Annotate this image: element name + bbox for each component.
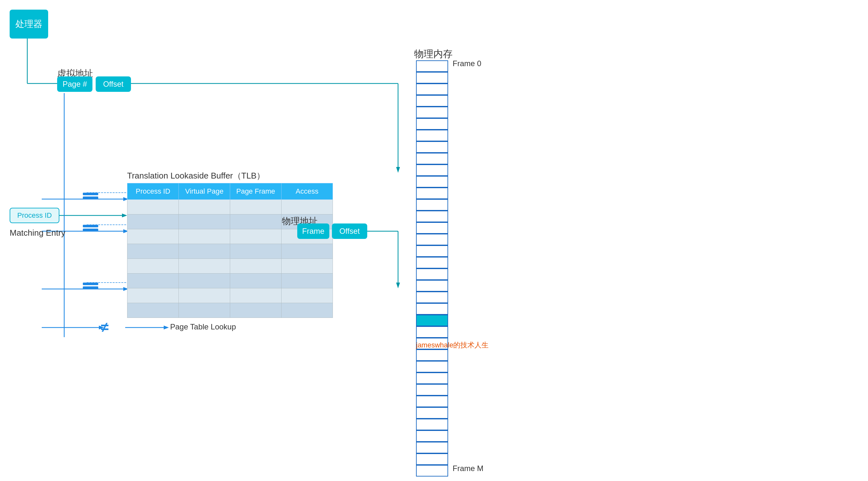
memory-cell [416, 153, 448, 164]
memory-cell [416, 257, 448, 268]
memory-cell [416, 187, 448, 199]
memory-cell [416, 130, 448, 141]
tlb-cell [230, 303, 281, 318]
memory-cell [416, 430, 448, 442]
tlb-cell [127, 214, 179, 229]
tlb-cell [127, 274, 179, 288]
tlb-cell [179, 274, 230, 288]
tlb-cell [281, 303, 333, 318]
tlb-header-access: Access [281, 183, 333, 200]
tlb-cell [281, 200, 333, 214]
tlb-cell [127, 200, 179, 214]
memory-cell [416, 453, 448, 465]
physical-memory-label: 物理内存 [414, 48, 453, 61]
memory-cell [416, 268, 448, 280]
memory-cell [416, 222, 448, 234]
processor-box: 处理器 [10, 10, 48, 38]
memory-cell [416, 292, 448, 303]
memory-cell [416, 326, 448, 338]
equal-icon-2 [83, 225, 98, 231]
tlb-cell [179, 214, 230, 229]
page-table-lookup-label: Page Table Lookup [170, 322, 236, 331]
frame-box: Frame [297, 223, 329, 239]
tlb-cell [127, 303, 179, 318]
process-id-box: Process ID [10, 208, 59, 223]
matching-entry-label: Matching Entry [10, 228, 65, 238]
tlb-cell [230, 200, 281, 214]
memory-cell [416, 211, 448, 222]
tlb-cell [179, 200, 230, 214]
equal-icon-1 [83, 193, 98, 199]
not-equal-icon: ≠ [101, 319, 108, 335]
tlb-cell [230, 214, 281, 229]
memory-cell [416, 141, 448, 153]
memory-cell [416, 164, 448, 176]
watermark: jameswhale的技术人生 [416, 340, 489, 350]
diagram-container: 处理器 虚拟地址 Page # Offset Process ID Transl… [0, 0, 868, 481]
svg-marker-7 [122, 213, 127, 217]
svg-marker-5 [396, 167, 400, 173]
memory-cell [416, 60, 448, 72]
memory-cell [416, 245, 448, 257]
framem-label: Frame M [453, 464, 484, 473]
memory-cell [416, 396, 448, 407]
memory-column [416, 60, 448, 477]
tlb-cell [179, 244, 230, 259]
tlb-cell [179, 303, 230, 318]
memory-cell [416, 372, 448, 384]
page-hash-box: Page # [57, 77, 92, 92]
tlb-cell [127, 244, 179, 259]
memory-cell [416, 234, 448, 245]
tlb-cell [281, 274, 333, 288]
memory-cell [416, 95, 448, 107]
memory-cell [416, 107, 448, 118]
tlb-cell [281, 288, 333, 303]
tlb-cell [179, 288, 230, 303]
tlb-cell [127, 288, 179, 303]
tlb-cell [281, 259, 333, 274]
tlb-table: Process ID Virtual Page Page Frame Acces… [127, 183, 333, 318]
tlb-cell [179, 229, 230, 244]
svg-marker-26 [396, 282, 400, 288]
memory-cell [416, 199, 448, 211]
tlb-cell [230, 244, 281, 259]
tlb-cell [230, 259, 281, 274]
svg-marker-21 [164, 326, 169, 329]
memory-cell [416, 303, 448, 315]
memory-cell [416, 384, 448, 396]
memory-cell [416, 349, 448, 361]
tlb-cell [179, 259, 230, 274]
memory-cell [416, 84, 448, 95]
memory-cell [416, 361, 448, 372]
offset2-box: Offset [332, 223, 367, 239]
memory-cell [416, 442, 448, 453]
memory-cell [416, 465, 448, 477]
tlb-cell [230, 288, 281, 303]
tlb-header-process-id: Process ID [127, 183, 179, 200]
memory-cell [416, 315, 448, 326]
tlb-cell [127, 259, 179, 274]
tlb-header-virtual-page: Virtual Page [179, 183, 230, 200]
memory-cell [416, 280, 448, 292]
memory-cell [416, 118, 448, 130]
tlb-cell [281, 244, 333, 259]
frame0-label: Frame 0 [453, 59, 481, 68]
offset-box: Offset [96, 77, 131, 92]
tlb-title: Translation Lookaside Buffer（TLB） [127, 170, 265, 181]
tlb-cell [230, 229, 281, 244]
equal-icon-3 [83, 282, 98, 289]
tlb-cell [127, 229, 179, 244]
tlb-header-page-frame: Page Frame [230, 183, 281, 200]
memory-cell [416, 419, 448, 430]
memory-cell [416, 407, 448, 419]
memory-cell [416, 176, 448, 187]
memory-cell [416, 72, 448, 84]
tlb-cell [230, 274, 281, 288]
